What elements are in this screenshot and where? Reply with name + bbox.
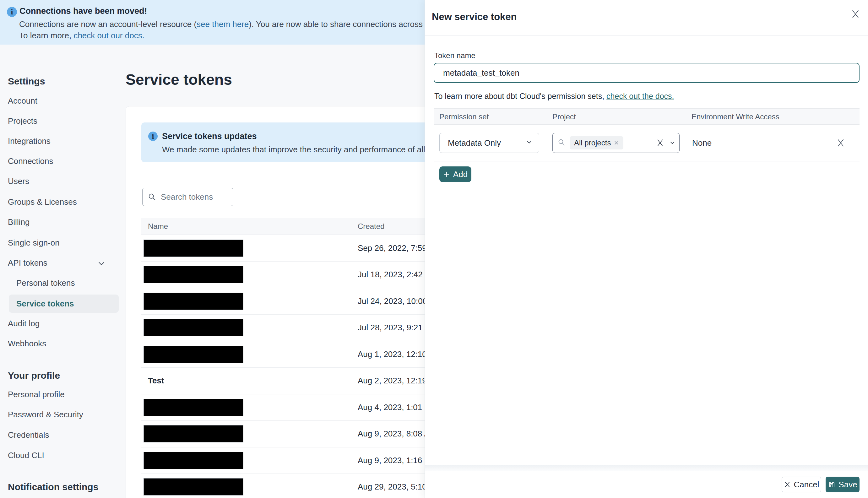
chevron-down-icon bbox=[526, 139, 532, 147]
redacted-name-bar bbox=[144, 452, 244, 469]
search-input[interactable] bbox=[142, 188, 233, 206]
column-header-name: Name bbox=[148, 222, 168, 231]
sidebar-item-password-security[interactable]: Password & Security bbox=[8, 410, 83, 419]
cancel-button[interactable]: Cancel bbox=[781, 477, 821, 492]
permission-docs-line: To learn more about dbt Cloud's permissi… bbox=[434, 92, 674, 101]
close-icon bbox=[784, 481, 791, 488]
column-header-created: Created bbox=[358, 222, 384, 231]
sidebar-item-cloud-cli[interactable]: Cloud CLI bbox=[8, 450, 44, 460]
sidebar-item-api-tokens[interactable]: API tokens bbox=[8, 258, 48, 268]
new-service-token-panel: New service token Token name To learn mo… bbox=[424, 0, 868, 498]
add-button-label: Add bbox=[453, 170, 468, 179]
plus-icon bbox=[443, 171, 450, 178]
info-icon bbox=[7, 7, 17, 17]
docs-prefix: To learn more about dbt Cloud's permissi… bbox=[434, 92, 606, 101]
cancel-button-label: Cancel bbox=[794, 480, 819, 489]
column-header-project: Project bbox=[552, 113, 576, 121]
sidebar-item-billing[interactable]: Billing bbox=[8, 217, 29, 227]
sidebar-item-account[interactable]: Account bbox=[8, 96, 37, 106]
redacted-name-bar bbox=[144, 478, 244, 496]
remove-permission-row-icon[interactable] bbox=[836, 138, 846, 147]
sidebar-item-personal-profile[interactable]: Personal profile bbox=[8, 390, 65, 399]
sidebar-item-connections[interactable]: Connections bbox=[8, 156, 53, 166]
clear-selection-icon[interactable] bbox=[656, 139, 664, 147]
sidebar-item-service-tokens[interactable]: Service tokens bbox=[16, 299, 74, 309]
check-docs-link[interactable]: check out our docs. bbox=[74, 31, 144, 40]
redacted-name-bar bbox=[144, 399, 244, 416]
redacted-name-bar bbox=[144, 293, 244, 310]
sidebar-item-projects[interactable]: Projects bbox=[8, 116, 37, 126]
env-write-access-value: None bbox=[692, 138, 712, 148]
panel-header-divider bbox=[425, 35, 868, 36]
footer-scroll-shadow bbox=[425, 465, 868, 471]
sidebar-item-single-sign-on[interactable]: Single sign-on bbox=[8, 238, 60, 248]
row-name: Test bbox=[148, 376, 164, 385]
permission-set-select[interactable]: Metadata Only bbox=[439, 133, 539, 153]
column-header-env-write-access: Environment Write Access bbox=[692, 113, 779, 121]
chip-remove-icon[interactable] bbox=[614, 140, 619, 145]
sidebar-item-groups-licenses[interactable]: Groups & Licenses bbox=[8, 197, 77, 207]
save-icon bbox=[828, 481, 836, 488]
see-them-here-link[interactable]: see them here bbox=[197, 19, 249, 29]
infobox-title: Service tokens updates bbox=[162, 132, 257, 141]
sidebar-heading-your-profile: Your profile bbox=[8, 370, 60, 381]
permission-set-value: Metadata Only bbox=[448, 138, 526, 148]
close-icon[interactable] bbox=[851, 9, 862, 19]
redacted-name-bar bbox=[144, 239, 244, 257]
project-chip-label: All projects bbox=[574, 139, 611, 147]
sidebar-item-webhooks[interactable]: Webhooks bbox=[8, 339, 46, 349]
chevron-down-icon[interactable] bbox=[97, 259, 106, 269]
project-multiselect[interactable]: All projects bbox=[552, 133, 680, 153]
chevron-down-icon[interactable] bbox=[669, 140, 675, 146]
column-header-permission-set: Permission set bbox=[439, 113, 489, 121]
permission-table-header bbox=[434, 108, 859, 124]
redacted-name-bar bbox=[144, 346, 244, 363]
token-name-input[interactable] bbox=[434, 63, 859, 83]
check-out-docs-link[interactable]: check out the docs. bbox=[606, 92, 674, 101]
search-tokens-box bbox=[142, 188, 233, 206]
banner-body-prefix: Connections are now an account-level res… bbox=[19, 19, 197, 29]
info-icon bbox=[148, 132, 158, 141]
banner-title: Connections have been moved! bbox=[19, 6, 147, 16]
sidebar-item-audit-log[interactable]: Audit log bbox=[8, 319, 40, 328]
sidebar-item-personal-tokens[interactable]: Personal tokens bbox=[16, 278, 75, 288]
add-permission-button[interactable]: Add bbox=[439, 167, 471, 182]
project-chip: All projects bbox=[570, 136, 623, 149]
sidebar-item-users[interactable]: Users bbox=[8, 176, 29, 186]
sidebar-heading-notification-settings: Notification settings bbox=[8, 482, 98, 492]
sidebar-item-credentials[interactable]: Credentials bbox=[8, 430, 49, 440]
panel-title: New service token bbox=[432, 11, 517, 23]
search-icon bbox=[558, 139, 565, 147]
redacted-name-bar bbox=[144, 266, 244, 283]
redacted-name-bar bbox=[144, 425, 244, 443]
page-title: Service tokens bbox=[126, 71, 232, 88]
save-button-label: Save bbox=[839, 480, 857, 489]
banner-learn-more-line: To learn more, check out our docs. bbox=[19, 31, 144, 40]
learn-more-prefix: To learn more, bbox=[19, 31, 74, 40]
token-name-label: Token name bbox=[434, 51, 475, 60]
redacted-name-bar bbox=[144, 319, 244, 336]
dbt-cloud-settings-page: Connections have been moved! Connections… bbox=[0, 0, 868, 498]
sidebar-item-integrations[interactable]: Integrations bbox=[8, 136, 51, 146]
sidebar-heading-settings: Settings bbox=[8, 76, 45, 87]
permission-row-divider bbox=[434, 161, 859, 161]
footer-divider bbox=[425, 471, 868, 471]
save-button[interactable]: Save bbox=[826, 477, 859, 492]
